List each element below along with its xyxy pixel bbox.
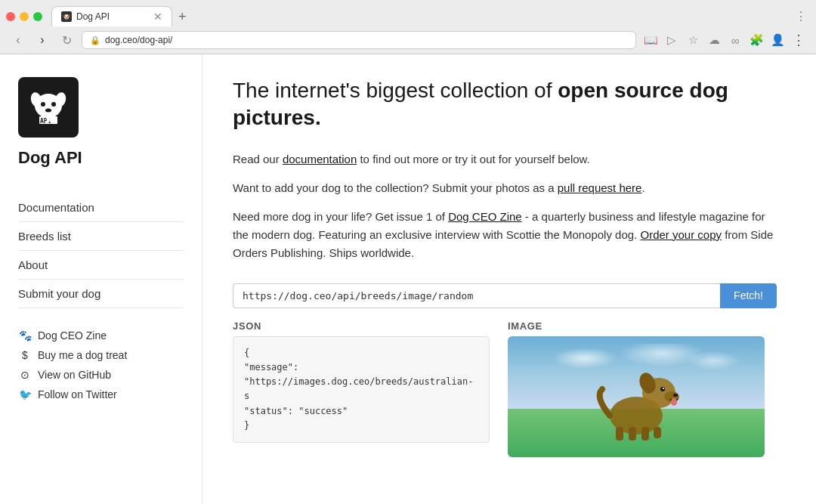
reload-button[interactable]: ↻ xyxy=(57,31,76,49)
minimize-window-button[interactable] xyxy=(20,12,29,21)
documentation-link[interactable]: documentation xyxy=(283,153,357,165)
logo-svg: API xyxy=(26,85,71,130)
para1-prefix: Read our xyxy=(233,153,283,165)
para1-suffix: to find out more or try it out for yours… xyxy=(357,153,589,165)
tab-title: Dog API xyxy=(76,11,149,22)
hero-text-prefix: The internet's biggest collection of xyxy=(233,79,558,102)
zine-content-link[interactable]: Dog CEO Zine xyxy=(448,210,522,223)
api-input-row: Fetch! xyxy=(233,283,777,308)
new-tab-button[interactable]: + xyxy=(175,10,190,23)
svg-rect-20 xyxy=(654,427,661,438)
para3-prefix: Need more dog in your life? Get issue 1 … xyxy=(233,210,448,223)
api-demo: Fetch! JSON { "message": "https://images… xyxy=(233,283,786,457)
copy-link-button[interactable]: ∞ xyxy=(727,32,743,48)
api-url-input[interactable] xyxy=(233,283,720,308)
svg-rect-17 xyxy=(616,427,623,441)
svg-point-15 xyxy=(673,394,678,397)
para2-prefix: Want to add your dog to the collection? … xyxy=(233,181,558,194)
paw-icon: 🐾 xyxy=(18,329,32,342)
para2-suffix: . xyxy=(641,181,644,194)
json-panel-label: JSON xyxy=(233,320,490,332)
twitter-link-label: Follow on Twitter xyxy=(38,388,117,400)
svg-point-4 xyxy=(51,102,56,107)
json-line-3: "status": "success" xyxy=(244,404,478,419)
github-icon: ⊙ xyxy=(18,369,32,381)
json-line-4: } xyxy=(244,419,478,433)
para-documentation: Read our documentation to find out more … xyxy=(233,150,777,169)
cloud-button[interactable]: ☁ xyxy=(706,32,722,48)
zine-link-label: Dog CEO Zine xyxy=(38,329,107,342)
tab-favicon-icon: 🐶 xyxy=(61,11,72,22)
url-text: dog.ceo/dog-api/ xyxy=(105,35,172,45)
para-pull-request: Want to add your dog to the collection? … xyxy=(233,179,777,197)
address-bar[interactable]: 🔒 dog.ceo/dog-api/ xyxy=(82,31,636,49)
browser-nav-tools: 📖 ▷ ☆ ☁ ∞ 🧩 👤 ⋮ xyxy=(642,32,807,48)
sidebar-link-twitter[interactable]: 🐦 Follow on Twitter xyxy=(18,388,184,400)
back-button[interactable]: ‹ xyxy=(9,31,27,49)
sidebar-link-github[interactable]: ⊙ View on GitHub xyxy=(18,369,184,381)
dog-image xyxy=(508,336,765,457)
browser-chrome: 🐶 Dog API ✕ + ⋮ ‹ › ↻ 🔒 dog.ceo/dog-api/… xyxy=(0,0,816,54)
json-line-2: "message": "https://images.dog.ceo/breed… xyxy=(244,360,478,404)
svg-point-14 xyxy=(663,388,664,389)
reader-mode-button[interactable]: 📖 xyxy=(642,32,659,48)
forward-button[interactable]: › xyxy=(33,31,51,49)
hamburger-menu-button[interactable]: ⋮ xyxy=(790,32,807,48)
dollar-icon: $ xyxy=(18,349,32,361)
svg-point-13 xyxy=(660,387,665,391)
svg-point-3 xyxy=(41,102,45,107)
order-copy-link[interactable]: Order your copy xyxy=(640,228,722,241)
json-panel: JSON { "message": "https://images.dog.ce… xyxy=(233,320,490,457)
sidebar: API Dog API Documentation Breeds list Ab… xyxy=(0,54,202,504)
browser-tab[interactable]: 🐶 Dog API ✕ xyxy=(51,6,172,26)
account-button[interactable]: 👤 xyxy=(769,32,786,48)
traffic-lights xyxy=(6,12,42,21)
extensions-button[interactable]: 🧩 xyxy=(748,32,765,48)
dog-silhouette xyxy=(587,351,685,442)
close-window-button[interactable] xyxy=(6,12,15,21)
svg-rect-19 xyxy=(641,427,649,441)
json-line-1: { xyxy=(244,346,478,360)
sidebar-item-breeds-list[interactable]: Breeds list xyxy=(18,222,184,251)
bookmark-button[interactable]: ☆ xyxy=(685,32,701,48)
sidebar-links: 🐾 Dog CEO Zine $ Buy me a dog treat ⊙ Vi… xyxy=(18,329,184,400)
tab-bar: 🐶 Dog API ✕ + ⋮ xyxy=(0,0,816,26)
fetch-button[interactable]: Fetch! xyxy=(720,283,777,308)
share-button[interactable]: ▷ xyxy=(663,32,680,48)
sidebar-site-title: Dog API xyxy=(18,148,82,168)
nav-bar: ‹ › ↻ 🔒 dog.ceo/dog-api/ 📖 ▷ ☆ ☁ ∞ 🧩 👤 ⋮ xyxy=(0,26,816,54)
pull-request-link[interactable]: pull request here xyxy=(558,181,642,194)
image-panel-label: IMAGE xyxy=(508,320,777,332)
donate-link-label: Buy me a dog treat xyxy=(38,349,127,361)
main-content: The internet's biggest collection of ope… xyxy=(202,54,816,504)
sidebar-item-submit-dog[interactable]: Submit your dog xyxy=(18,280,184,308)
maximize-window-button[interactable] xyxy=(33,12,42,21)
json-output: { "message": "https://images.dog.ceo/bre… xyxy=(233,336,490,443)
svg-rect-18 xyxy=(629,427,636,441)
hero-heading: The internet's biggest collection of ope… xyxy=(233,77,777,132)
sidebar-item-documentation[interactable]: Documentation xyxy=(18,193,184,222)
sidebar-link-donate[interactable]: $ Buy me a dog treat xyxy=(18,349,184,361)
svg-point-5 xyxy=(45,109,51,113)
para-zine: Need more dog in your life? Get issue 1 … xyxy=(233,208,777,262)
github-link-label: View on GitHub xyxy=(38,369,111,381)
api-results: JSON { "message": "https://images.dog.ce… xyxy=(233,320,777,457)
sidebar-item-about[interactable]: About xyxy=(18,251,184,280)
lock-icon: 🔒 xyxy=(90,36,100,45)
twitter-icon: 🐦 xyxy=(18,388,32,400)
close-tab-button[interactable]: ✕ xyxy=(153,11,162,22)
svg-point-16 xyxy=(671,398,677,406)
sidebar-logo: API Dog API xyxy=(18,77,184,168)
site-logo: API xyxy=(18,77,79,138)
image-panel: IMAGE xyxy=(508,320,777,457)
sidebar-nav: Documentation Breeds list About Submit y… xyxy=(18,193,184,308)
sidebar-link-zine[interactable]: 🐾 Dog CEO Zine xyxy=(18,329,184,342)
browser-settings-button[interactable]: ⋮ xyxy=(792,8,810,26)
page-layout: API Dog API Documentation Breeds list Ab… xyxy=(0,54,816,504)
